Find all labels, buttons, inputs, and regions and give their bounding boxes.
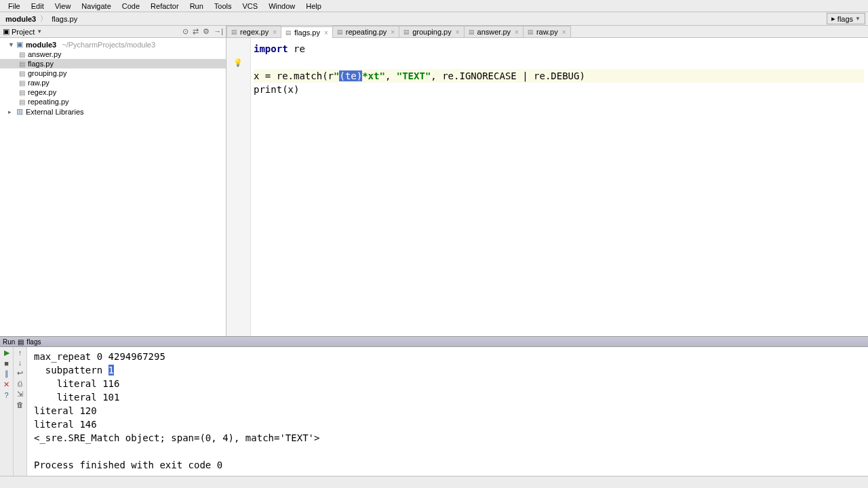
- close-icon[interactable]: ×: [324, 29, 328, 37]
- down-icon[interactable]: ↓: [18, 359, 22, 367]
- code-editor[interactable]: 💡 import re x = re.match(r"(te)*xt", "TE…: [226, 38, 868, 336]
- python-file-icon: ▤: [337, 28, 343, 35]
- menu-vcs[interactable]: VCS: [237, 1, 264, 12]
- breadcrumb-file[interactable]: flags.py: [49, 15, 80, 23]
- run-tool-config: flags: [26, 338, 41, 346]
- tab-repeating[interactable]: ▤ repeating.py ×: [332, 26, 399, 37]
- python-file-icon: ▤: [19, 70, 25, 77]
- tree-file-regex[interactable]: ▤ regex.py: [0, 87, 226, 97]
- tree-file-flags[interactable]: ▤ flags.py: [0, 59, 226, 68]
- tree-file-repeating[interactable]: ▤ repeating.py: [0, 97, 226, 106]
- tree-external-label: External Libraries: [26, 108, 84, 116]
- tab-grouping[interactable]: ▤ grouping.py ×: [399, 26, 464, 37]
- tree-file-answer[interactable]: ▤ answer.py: [0, 49, 226, 59]
- breadcrumb: module3 〉 flags.py: [3, 14, 80, 24]
- tab-label: grouping.py: [412, 28, 452, 36]
- tree-file-label: grouping.py: [28, 69, 67, 77]
- chevron-down-icon[interactable]: ▼: [37, 28, 42, 35]
- main-area: ▣ Project ▼ ⊙ ⇄ ⚙ →| ▼ ▣ module3 ~/Pycha…: [0, 26, 868, 336]
- run-config-icon: ▤: [18, 338, 24, 346]
- console-output[interactable]: max_repeat 0 4294967295 subpattern 1 lit…: [27, 347, 868, 476]
- menu-file[interactable]: File: [3, 1, 26, 12]
- rerun-icon[interactable]: ▶: [4, 348, 9, 357]
- run-gutter-right: ↑ ↓ ↩ ⎙ ⇲ 🗑: [14, 347, 27, 476]
- menu-run[interactable]: Run: [184, 1, 209, 12]
- close-icon[interactable]: ✕: [3, 380, 9, 389]
- tab-answer[interactable]: ▤ answer.py ×: [464, 26, 524, 37]
- hide-icon[interactable]: →|: [214, 27, 223, 36]
- python-file-icon: ▤: [19, 89, 25, 96]
- tab-regex[interactable]: ▤ regex.py ×: [226, 26, 281, 37]
- code-text[interactable]: import re x = re.match(r"(te)*xt", "TEXT…: [251, 38, 868, 336]
- library-icon: ▥: [16, 107, 23, 116]
- tree-file-label: flags.py: [28, 60, 54, 68]
- export-icon[interactable]: ⇲: [17, 390, 23, 399]
- tree-file-grouping[interactable]: ▤ grouping.py: [0, 68, 226, 78]
- editor-tabs: ▤ regex.py × ▤ flags.py × ▤ repeating.py…: [226, 26, 868, 38]
- tab-raw[interactable]: ▤ raw.py ×: [523, 26, 571, 37]
- project-panel: ▣ Project ▼ ⊙ ⇄ ⚙ →| ▼ ▣ module3 ~/Pycha…: [0, 26, 226, 336]
- menu-help[interactable]: Help: [300, 1, 327, 12]
- run-gutter-left: ▶ ■ ∥ ✕ ?: [0, 347, 14, 476]
- python-file-icon: ▤: [19, 51, 25, 58]
- breadcrumb-row: module3 〉 flags.py ▸ flags ▼: [0, 12, 868, 26]
- folder-icon: ▣: [16, 40, 23, 49]
- tab-label: flags.py: [294, 28, 320, 37]
- tree-file-label: answer.py: [28, 50, 62, 58]
- project-icon: ▣: [3, 27, 9, 36]
- tab-label: raw.py: [536, 28, 558, 36]
- project-panel-header: ▣ Project ▼ ⊙ ⇄ ⚙ →|: [0, 26, 226, 38]
- gear-icon[interactable]: ⚙: [203, 27, 210, 36]
- trash-icon[interactable]: 🗑: [16, 401, 24, 409]
- chevron-down-icon[interactable]: ▼: [8, 41, 14, 48]
- collapse-icon[interactable]: ⊙: [182, 27, 189, 36]
- menu-refactor[interactable]: Refactor: [145, 1, 184, 12]
- python-file-icon: ▤: [469, 28, 475, 35]
- python-file-icon: ▤: [19, 98, 25, 106]
- stop-icon[interactable]: ■: [4, 359, 9, 367]
- python-file-icon: ▤: [403, 28, 410, 35]
- tree-root-label: module3: [26, 41, 56, 49]
- close-icon[interactable]: ×: [456, 28, 460, 36]
- run-config-selector[interactable]: ▸ flags ▼: [827, 13, 865, 24]
- run-config-label: flags: [837, 15, 853, 23]
- chevron-right-icon[interactable]: ▸: [8, 108, 14, 115]
- python-file-icon: ▤: [19, 60, 25, 68]
- pause-icon[interactable]: ∥: [5, 369, 9, 378]
- close-icon[interactable]: ×: [273, 28, 277, 36]
- intention-bulb-icon[interactable]: 💡: [233, 58, 250, 67]
- tree-file-raw[interactable]: ▤ raw.py: [0, 78, 226, 87]
- close-icon[interactable]: ×: [391, 28, 395, 36]
- tree-file-label: raw.py: [28, 79, 50, 87]
- menu-window[interactable]: Window: [263, 1, 300, 12]
- run-config-icon: ▸: [831, 14, 835, 23]
- tree-root[interactable]: ▼ ▣ module3 ~/PycharmProjects/module3: [0, 39, 226, 49]
- menu-view[interactable]: View: [50, 1, 77, 12]
- tree-external-libs[interactable]: ▸ ▥ External Libraries: [0, 106, 226, 117]
- python-file-icon: ▤: [528, 28, 534, 35]
- up-icon[interactable]: ↑: [18, 348, 22, 357]
- print-icon[interactable]: ⎙: [18, 380, 22, 388]
- menu-tools[interactable]: Tools: [209, 1, 237, 12]
- project-title: Project: [12, 28, 35, 36]
- python-file-icon: ▤: [231, 28, 237, 35]
- close-icon[interactable]: ×: [562, 28, 566, 36]
- breadcrumb-root[interactable]: module3: [3, 15, 39, 23]
- tab-flags[interactable]: ▤ flags.py ×: [281, 26, 333, 38]
- tree-file-label: regex.py: [28, 88, 56, 96]
- menu-navigate[interactable]: Navigate: [76, 1, 116, 12]
- wrap-icon[interactable]: ↩: [17, 369, 23, 378]
- run-tool-header: Run ▤ flags: [0, 336, 868, 347]
- menu-code[interactable]: Code: [117, 1, 145, 12]
- close-icon[interactable]: ×: [515, 28, 519, 36]
- scroll-icon[interactable]: ⇄: [193, 27, 199, 36]
- menu-edit[interactable]: Edit: [26, 1, 50, 12]
- menu-bar: File Edit View Navigate Code Refactor Ru…: [0, 0, 868, 12]
- editor-gutter: 💡: [226, 38, 251, 336]
- status-bar: [0, 476, 868, 488]
- help-icon[interactable]: ?: [4, 391, 8, 399]
- editor-panel: ▤ regex.py × ▤ flags.py × ▤ repeating.py…: [226, 26, 868, 336]
- chevron-down-icon: ▼: [855, 16, 861, 22]
- tab-label: regex.py: [240, 28, 269, 36]
- run-panel: ▶ ■ ∥ ✕ ? ↑ ↓ ↩ ⎙ ⇲ 🗑 max_repeat 0 42949…: [0, 347, 868, 476]
